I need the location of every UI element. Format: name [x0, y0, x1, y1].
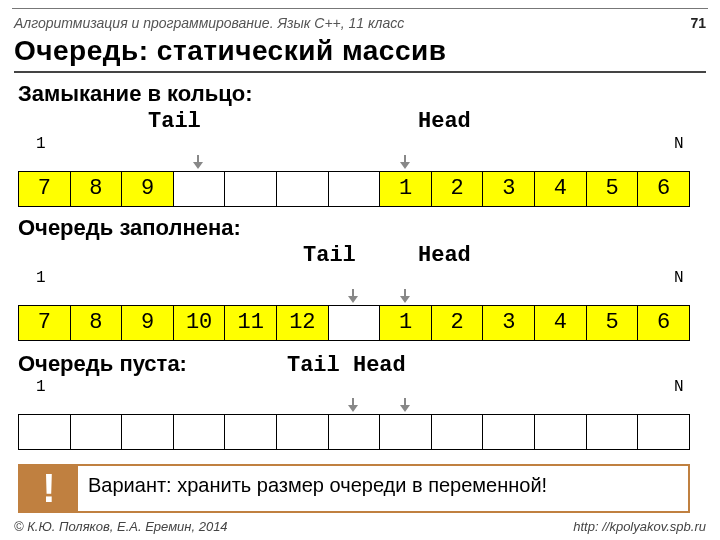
array-cell: [432, 415, 484, 449]
array-cell: 2: [432, 172, 484, 206]
index-n: N: [674, 378, 684, 396]
array-cell: [174, 415, 226, 449]
index-n: N: [674, 135, 684, 153]
array-cell: 4: [535, 306, 587, 340]
note-text: Вариант: хранить размер очереди в переме…: [78, 466, 688, 511]
index-1: 1: [36, 378, 46, 396]
array-cell: [277, 172, 329, 206]
section2-title: Очередь заполнена:: [18, 215, 702, 241]
array-cell: 5: [587, 172, 639, 206]
array-cell: 8: [71, 306, 123, 340]
array-cell: [483, 415, 535, 449]
index-1: 1: [36, 269, 46, 287]
url: http: //kpolyakov.spb.ru: [573, 519, 706, 534]
array-cell: 7: [19, 306, 71, 340]
note-box: ! Вариант: хранить размер очереди в пере…: [18, 464, 690, 513]
section1-title: Замыкание в кольцо:: [18, 81, 702, 107]
array-cell: 11: [225, 306, 277, 340]
page-title: Очередь: статический массив: [14, 35, 706, 73]
array-cell: 4: [535, 172, 587, 206]
array-cell: [329, 172, 381, 206]
array-cell: [277, 415, 329, 449]
array-cell: [587, 415, 639, 449]
array-cell: [19, 415, 71, 449]
array-cell: [638, 415, 689, 449]
index-1: 1: [36, 135, 46, 153]
array-cell: 3: [483, 172, 535, 206]
copyright: © К.Ю. Поляков, Е.А. Еремин, 2014: [14, 519, 228, 534]
page-number: 71: [690, 15, 706, 31]
array-cell: [380, 415, 432, 449]
array-cell: 9: [122, 172, 174, 206]
array-cell: 8: [71, 172, 123, 206]
array-cell: [535, 415, 587, 449]
array-cell: 9: [122, 306, 174, 340]
array-cell: 10: [174, 306, 226, 340]
head-label: Head: [418, 109, 471, 134]
array-cell: 6: [638, 172, 689, 206]
index-n: N: [674, 269, 684, 287]
section3-title: Очередь пуста:: [18, 351, 187, 377]
head-arrow-icon: [400, 289, 410, 303]
array-cell: 2: [432, 306, 484, 340]
array-cell: 7: [19, 172, 71, 206]
tail-label: Tail: [148, 109, 201, 134]
tail-arrow-icon: [193, 155, 203, 169]
array-cell: [329, 415, 381, 449]
warning-icon: !: [20, 466, 78, 511]
ring-array-3: [18, 414, 690, 450]
head-arrow-icon: [400, 155, 410, 169]
tail-arrow-icon: [348, 289, 358, 303]
head-arrow-icon: [400, 398, 410, 412]
array-cell: 1: [380, 172, 432, 206]
array-cell: [122, 415, 174, 449]
array-cell: [174, 172, 226, 206]
tail-head-label: Tail Head: [287, 353, 406, 378]
array-cell: 3: [483, 306, 535, 340]
array-cell: [329, 306, 381, 340]
ring-array-1: 789123456: [18, 171, 690, 207]
array-cell: [225, 172, 277, 206]
breadcrumb: Алгоритмизация и программирование. Язык …: [14, 15, 404, 31]
head-label: Head: [418, 243, 471, 268]
array-cell: 12: [277, 306, 329, 340]
array-cell: 1: [380, 306, 432, 340]
ring-array-2: 789101112123456: [18, 305, 690, 341]
array-cell: 6: [638, 306, 689, 340]
array-cell: [71, 415, 123, 449]
tail-arrow-icon: [348, 398, 358, 412]
array-cell: 5: [587, 306, 639, 340]
array-cell: [225, 415, 277, 449]
tail-label: Tail: [303, 243, 356, 268]
